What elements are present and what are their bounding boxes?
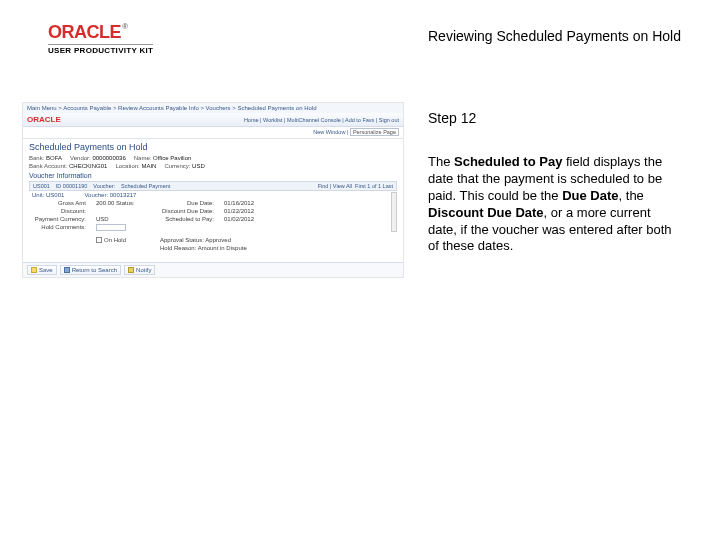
trademark-symbol: ®	[122, 22, 128, 31]
app-header: ORACLE Home | Worklist | MultiChannel Co…	[23, 113, 403, 127]
embedded-screenshot: Main Menu > Accounts Payable > Review Ac…	[22, 102, 404, 278]
return-icon	[64, 267, 70, 273]
action-bar: Save Return to Search Notify	[23, 262, 403, 277]
save-button: Save	[27, 265, 57, 275]
section-label: Voucher Information	[29, 172, 397, 179]
page-toolbar: New Window | Personalize Page	[23, 127, 403, 139]
content-title: Scheduled Payments on Hold	[29, 142, 397, 152]
page-body: Scheduled Payments on Hold Bank: BOFA Ve…	[23, 139, 403, 255]
page-title: Reviewing Scheduled Payments on Hold	[428, 28, 681, 44]
notify-icon	[128, 267, 134, 273]
field-name-scheduled-to-pay: Scheduled to Pay	[454, 154, 562, 169]
oracle-product-subtitle: USER PRODUCTIVITY KIT	[48, 44, 153, 55]
oracle-logo: ORACLE® USER PRODUCTIVITY KIT	[48, 22, 153, 55]
oracle-wordmark: ORACLE	[48, 22, 121, 42]
hold-comments-input	[96, 224, 126, 231]
scrollbar	[391, 192, 397, 232]
header-links: Home | Worklist | MultiChannel Console |…	[244, 117, 399, 123]
on-hold-checkbox	[96, 237, 102, 243]
grid-header: US001 ID 00001190 Voucher: Scheduled Pay…	[29, 181, 397, 191]
save-icon	[31, 267, 37, 273]
new-window-link: New Window	[313, 129, 345, 135]
step-number: Step 12	[428, 110, 476, 126]
breadcrumb: Main Menu > Accounts Payable > Review Ac…	[23, 103, 403, 113]
field-name-due-date: Due Date	[562, 188, 618, 203]
app-logo: ORACLE	[27, 115, 61, 124]
step-description: The Scheduled to Pay field displays the …	[428, 154, 681, 255]
personalize-link: Personalize Page	[350, 128, 399, 136]
field-name-discount-due-date: Discount Due Date	[428, 205, 544, 220]
notify-button: Notify	[124, 265, 155, 275]
return-button: Return to Search	[60, 265, 121, 275]
